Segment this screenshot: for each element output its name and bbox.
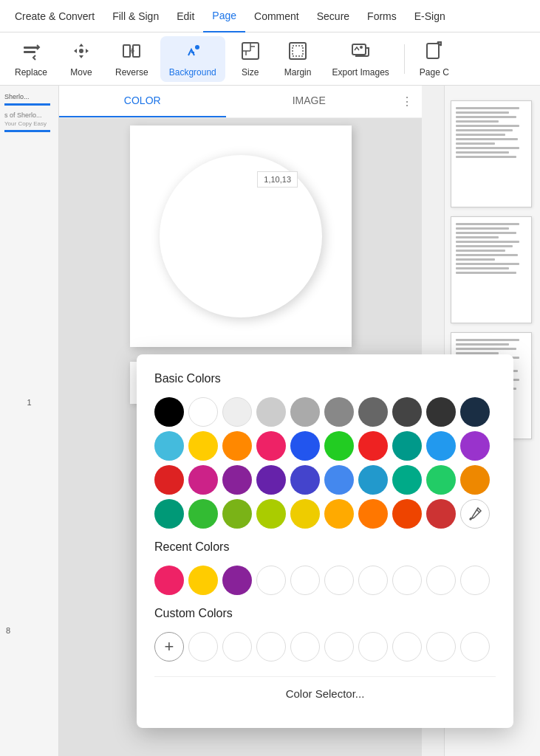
background-label: Background	[169, 67, 216, 78]
color-swatch-r4-3[interactable]	[222, 499, 252, 529]
custom-color-5[interactable]	[324, 632, 354, 662]
custom-color-6[interactable]	[358, 632, 388, 662]
reverse-icon	[121, 41, 142, 64]
svg-point-10	[360, 46, 363, 49]
color-swatch-gray5[interactable]	[358, 397, 388, 427]
move-icon	[71, 41, 92, 64]
custom-color-7[interactable]	[392, 632, 422, 662]
color-swatch-darkgray[interactable]	[426, 397, 456, 427]
custom-color-1[interactable]	[188, 632, 218, 662]
color-swatch-navy[interactable]	[460, 397, 490, 427]
menu-secure[interactable]: Secure	[308, 0, 358, 32]
page-num-1: 1	[4, 398, 54, 407]
toolbar-move[interactable]: Move	[59, 36, 103, 82]
basic-colors-grid	[154, 397, 496, 529]
recent-color-4[interactable]	[256, 566, 286, 595]
color-swatch-r4-9[interactable]	[426, 499, 456, 529]
toolbar-reverse[interactable]: Reverse	[106, 36, 157, 82]
color-swatch-r4-8[interactable]	[392, 499, 422, 529]
toolbar-export-images[interactable]: Export Images	[323, 36, 397, 82]
color-swatch-white[interactable]	[188, 397, 218, 427]
doc-blue-bar	[4, 103, 50, 106]
menu-page[interactable]: Page	[203, 0, 245, 32]
recent-color-5[interactable]	[290, 566, 320, 595]
page-num-8: 8	[6, 626, 10, 635]
color-selector-button[interactable]: Color Selector...	[154, 676, 496, 710]
color-swatch-r3-5[interactable]	[290, 465, 320, 495]
page-c-label: Page C	[420, 67, 449, 78]
toolbar-replace[interactable]: Replace	[6, 36, 56, 82]
color-swatch-crimson[interactable]	[256, 431, 286, 461]
menu-bar: Create & Convert Fill & Sign Edit Page C…	[0, 0, 540, 32]
right-page-1[interactable]	[451, 100, 532, 207]
tab-image[interactable]: IMAGE	[226, 86, 393, 117]
custom-color-2[interactable]	[222, 632, 252, 662]
color-swatch-r3-4[interactable]	[256, 465, 286, 495]
color-swatch-r3-3[interactable]	[222, 465, 252, 495]
color-swatch-gray2[interactable]	[256, 397, 286, 427]
color-swatch-r3-8[interactable]	[392, 465, 422, 495]
toolbar-size[interactable]: Size	[228, 36, 273, 82]
color-swatch-gray3[interactable]	[290, 397, 320, 427]
reverse-label: Reverse	[115, 67, 148, 78]
color-swatch-gray6[interactable]	[392, 397, 422, 427]
menu-comment[interactable]: Comment	[245, 0, 308, 32]
color-swatch-r4-4[interactable]	[256, 499, 286, 529]
recent-color-3[interactable]	[222, 566, 252, 595]
color-picker-popup: Basic Colors	[137, 354, 513, 728]
recent-color-7[interactable]	[358, 566, 388, 595]
toolbar-page-c[interactable]: Page C	[411, 36, 458, 82]
color-swatch-cyan[interactable]	[154, 431, 184, 461]
recent-color-6[interactable]	[324, 566, 354, 595]
color-swatch-r3-1[interactable]	[154, 465, 184, 495]
recent-color-9[interactable]	[426, 566, 456, 595]
menu-e-sign[interactable]: E-Sign	[406, 0, 454, 32]
color-swatch-r4-7[interactable]	[358, 499, 388, 529]
custom-color-4[interactable]	[290, 632, 320, 662]
color-swatch-r3-9[interactable]	[426, 465, 456, 495]
color-swatch-r3-7[interactable]	[358, 465, 388, 495]
color-swatch-orange[interactable]	[222, 431, 252, 461]
toolbar-margin[interactable]: Margin	[276, 36, 321, 82]
color-swatch-r3-6[interactable]	[324, 465, 354, 495]
custom-color-8[interactable]	[426, 632, 456, 662]
color-swatch-r3-10[interactable]	[460, 465, 490, 495]
color-swatch-r4-6[interactable]	[324, 499, 354, 529]
custom-color-3[interactable]	[256, 632, 286, 662]
color-swatch-r3-2[interactable]	[188, 465, 218, 495]
color-swatch-sky[interactable]	[426, 431, 456, 461]
move-label: Move	[70, 67, 92, 78]
color-swatch-gray1[interactable]	[222, 397, 252, 427]
recent-color-2[interactable]	[188, 566, 218, 595]
toolbar-background[interactable]: Background	[160, 36, 225, 82]
color-swatch-purple[interactable]	[460, 431, 490, 461]
color-swatch-red[interactable]	[358, 431, 388, 461]
color-swatch-r4-2[interactable]	[188, 499, 218, 529]
toolbar: Replace Move Reverse Backg	[0, 32, 540, 86]
menu-forms[interactable]: Forms	[358, 0, 406, 32]
color-swatch-gray4[interactable]	[324, 397, 354, 427]
color-swatch-black[interactable]	[154, 397, 184, 427]
color-swatch-teal[interactable]	[392, 431, 422, 461]
menu-edit[interactable]: Edit	[168, 0, 203, 32]
add-custom-color-button[interactable]: +	[154, 632, 184, 662]
eyedropper-button[interactable]	[460, 499, 490, 529]
recent-color-10[interactable]	[460, 566, 490, 595]
color-swatch-r4-1[interactable]	[154, 499, 184, 529]
color-swatch-blue[interactable]	[290, 431, 320, 461]
color-swatch-yellow[interactable]	[188, 431, 218, 461]
right-page-2[interactable]	[451, 216, 532, 323]
menu-create-convert[interactable]: Create & Convert	[6, 0, 103, 32]
recent-color-8[interactable]	[392, 566, 422, 595]
custom-color-9[interactable]	[460, 632, 490, 662]
size-icon	[240, 41, 261, 64]
color-swatch-green[interactable]	[324, 431, 354, 461]
tab-more[interactable]: ⋮	[392, 86, 422, 117]
recent-color-1[interactable]	[154, 566, 184, 595]
menu-fill-sign[interactable]: Fill & Sign	[103, 0, 168, 32]
color-swatch-r4-5[interactable]	[290, 499, 320, 529]
tab-color[interactable]: COLOR	[59, 86, 226, 117]
replace-icon	[21, 41, 41, 64]
recent-colors-title: Recent Colors	[154, 540, 496, 554]
blue-bar-2	[4, 130, 50, 132]
